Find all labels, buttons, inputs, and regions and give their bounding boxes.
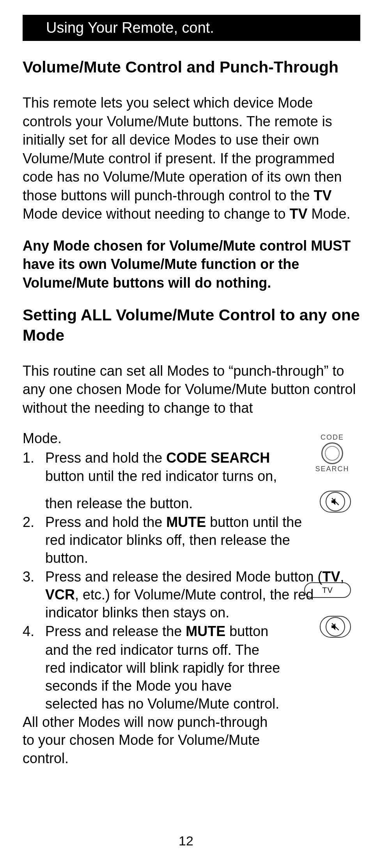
conclusion-text: All other Modes will now punch-through t… <box>23 713 360 768</box>
step-4-continuation: and the red indicator turns off. The red… <box>23 641 360 713</box>
text: Mode. <box>308 206 351 222</box>
text: Press and hold the <box>45 450 166 466</box>
text: Press and hold the <box>45 514 166 530</box>
step-4: Press and release the MUTE button <box>23 622 360 640</box>
text: Press and release the desired Mode butto… <box>45 569 322 585</box>
step-2: Press and hold the MUTE button until the… <box>23 513 360 567</box>
icon-label-top: CODE <box>314 433 351 442</box>
text: Mode device without needing to change to <box>23 206 289 222</box>
tv-label: TV <box>322 569 340 585</box>
text: This remote lets you select which device… <box>23 95 342 203</box>
heading-volume-mute-punchthrough: Volume/Mute Control and Punch-Through <box>23 57 360 77</box>
mute-label: MUTE <box>166 514 206 530</box>
tv-label: TV <box>289 206 307 222</box>
steps-list-cont: Press and hold the MUTE button until the… <box>23 513 360 641</box>
heading-setting-all-volume: Setting ALL Volume/Mute Control to any o… <box>23 305 360 345</box>
speaker-mute-icon <box>330 497 340 507</box>
vcr-label: VCR <box>45 587 75 603</box>
section-header-bar: Using Your Remote, cont. <box>23 15 360 41</box>
paragraph-routine-intro: This routine can set all Modes to “punch… <box>23 362 360 417</box>
steps-list: Press and hold the CODE SEARCH button un… <box>23 449 360 485</box>
mute-inner-circle <box>326 492 345 511</box>
text: button until the red indicator turns on, <box>45 468 277 484</box>
manual-page: Using Your Remote, cont. Volume/Mute Con… <box>0 0 372 868</box>
step-1-continuation: then release the button. <box>23 495 360 513</box>
text: , <box>340 569 344 585</box>
text: , etc.) for Volume/Mute control, the red… <box>45 587 314 621</box>
step-3: Press and release the desired Mode butto… <box>23 568 360 622</box>
text: Press and release the <box>45 623 186 639</box>
steps-container: CODE SEARCH TV Mode. Press and <box>23 430 360 767</box>
mode-continuation: Mode. <box>23 430 360 447</box>
mute-button-graphic <box>320 491 351 513</box>
step-1: Press and hold the CODE SEARCH button un… <box>23 449 360 485</box>
page-number: 12 <box>0 833 372 849</box>
text: button <box>225 623 268 639</box>
code-search-label: CODE SEARCH <box>166 450 270 466</box>
paragraph-warning: Any Mode chosen for Volume/Mute control … <box>23 237 360 292</box>
mute-label: MUTE <box>186 623 225 639</box>
tv-label: TV <box>314 187 331 203</box>
paragraph-intro: This remote lets you select which device… <box>23 94 360 223</box>
mute-icon <box>320 491 351 513</box>
